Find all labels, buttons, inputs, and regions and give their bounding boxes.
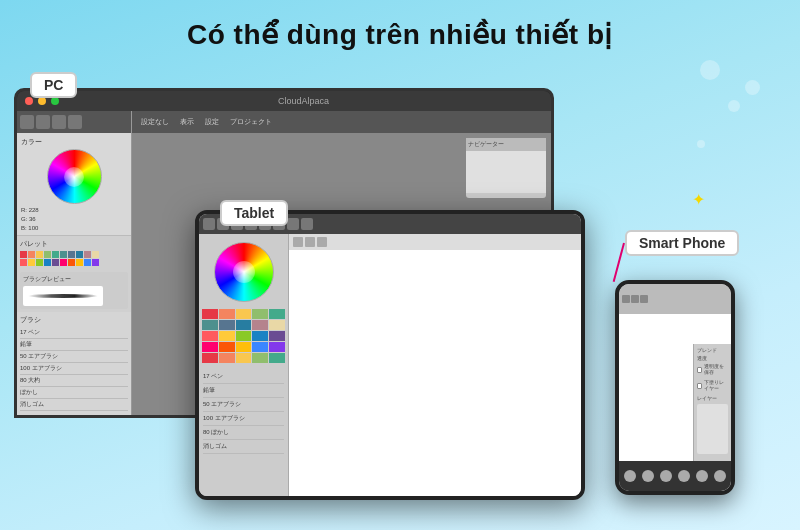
palette-color-swatch[interactable] — [84, 259, 91, 266]
pc-brush-item[interactable]: ぼかし — [20, 387, 128, 399]
sp-checkbox-opacity[interactable] — [697, 367, 702, 373]
pc-brush-item[interactable]: 50 エアブラシ — [20, 351, 128, 363]
palette-color-swatch[interactable] — [60, 251, 67, 258]
sp-bottom-icon-6[interactable] — [714, 470, 726, 482]
sp-bottom-icon-3[interactable] — [660, 470, 672, 482]
tablet-palette-swatch[interactable] — [269, 342, 285, 352]
sp-icon-3[interactable] — [640, 295, 648, 303]
tablet-brush-item[interactable]: 17 ペン — [203, 370, 284, 384]
sp-checkbox-layer[interactable] — [697, 383, 702, 389]
minimize-dot — [38, 97, 46, 105]
sp-icon-2[interactable] — [631, 295, 639, 303]
tablet-palette-swatch[interactable] — [252, 342, 268, 352]
tablet-palette-swatch[interactable] — [202, 353, 218, 363]
pc-brush-item[interactable]: 80 大杓 — [20, 375, 128, 387]
tablet-screen: 17 ペン鉛筆50 エアブラシ100 エアブラシ80 ぼかし消しゴム — [199, 214, 581, 496]
palette-color-swatch[interactable] — [36, 259, 43, 266]
palette-color-swatch[interactable] — [20, 259, 27, 266]
palette-color-swatch[interactable] — [68, 251, 75, 258]
tablet-color-wheel[interactable] — [214, 242, 274, 302]
sp-checkbox-2-label: 下塗りレイヤー — [704, 379, 728, 391]
sp-icon-1[interactable] — [622, 295, 630, 303]
tablet-palette-swatch[interactable] — [236, 320, 252, 330]
pc-menu-item-3[interactable]: 設定 — [201, 117, 223, 127]
tablet-palette-swatch[interactable] — [236, 309, 252, 319]
pc-nav-preview — [466, 151, 546, 193]
pc-tool-btn-4[interactable] — [68, 115, 82, 129]
tablet-palette-swatch[interactable] — [219, 309, 235, 319]
tablet-tool-1[interactable] — [203, 218, 215, 230]
tablet-palette-swatch[interactable] — [252, 331, 268, 341]
close-dot — [25, 97, 33, 105]
palette-color-swatch[interactable] — [92, 259, 99, 266]
palette-color-swatch[interactable] — [84, 251, 91, 258]
tablet-palette-swatch[interactable] — [219, 342, 235, 352]
pc-color-label: カラー — [21, 137, 127, 147]
tablet-palette-swatch[interactable] — [269, 320, 285, 330]
t-canvas-icon-3[interactable] — [317, 237, 327, 247]
tablet-palette-swatch[interactable] — [202, 309, 218, 319]
tablet-palette-swatch[interactable] — [252, 353, 268, 363]
palette-color-swatch[interactable] — [36, 251, 43, 258]
sp-top-toolbar — [619, 284, 731, 314]
pc-tools-row — [17, 111, 131, 133]
t-canvas-icon-2[interactable] — [305, 237, 315, 247]
palette-color-swatch[interactable] — [76, 251, 83, 258]
palette-color-swatch[interactable] — [44, 251, 51, 258]
palette-color-swatch[interactable] — [60, 259, 67, 266]
tablet-palette-swatch[interactable] — [202, 320, 218, 330]
pc-brush-item[interactable]: 17 ペン — [20, 327, 128, 339]
palette-color-swatch[interactable] — [44, 259, 51, 266]
tablet-brush-list: 17 ペン鉛筆50 エアブラシ100 エアブラシ80 ぼかし消しゴム — [199, 366, 288, 496]
pc-tool-btn-3[interactable] — [52, 115, 66, 129]
sp-bottom-icon-5[interactable] — [696, 470, 708, 482]
tablet-tool-7[interactable] — [287, 218, 299, 230]
palette-color-swatch[interactable] — [52, 259, 59, 266]
pc-brush-preview: ブラシプレビュー — [20, 272, 128, 309]
pc-brush-item[interactable]: 鉛筆 — [20, 339, 128, 351]
pc-navigator-title: ナビゲーター — [466, 138, 546, 151]
tablet-palette-swatch[interactable] — [236, 353, 252, 363]
t-canvas-icon-1[interactable] — [293, 237, 303, 247]
palette-color-swatch[interactable] — [52, 251, 59, 258]
pc-brush-item[interactable]: 100 エアブラシ — [20, 363, 128, 375]
tablet-brush-item[interactable]: 50 エアブラシ — [203, 398, 284, 412]
sp-bottom-icon-1[interactable] — [624, 470, 636, 482]
pc-rgb-r: R: 228 — [21, 207, 127, 213]
tablet-palette-swatch[interactable] — [236, 331, 252, 341]
tablet-palette-swatch[interactable] — [269, 331, 285, 341]
pc-brush-item[interactable]: 消しゴム — [20, 399, 128, 411]
pc-menu-item-4[interactable]: プロジェクト — [226, 117, 276, 127]
tablet-brush-item[interactable]: 100 エアブラシ — [203, 412, 284, 426]
pc-tool-btn-2[interactable] — [36, 115, 50, 129]
palette-color-swatch[interactable] — [76, 259, 83, 266]
palette-color-swatch[interactable] — [28, 259, 35, 266]
sp-bottom-toolbar — [619, 461, 731, 491]
tablet-palette-swatch[interactable] — [252, 320, 268, 330]
tablet-palette-swatch[interactable] — [219, 320, 235, 330]
tablet-palette-swatch[interactable] — [269, 309, 285, 319]
tablet-palette-swatch[interactable] — [236, 342, 252, 352]
sp-bottom-icon-2[interactable] — [642, 470, 654, 482]
pc-menu-item-1[interactable]: 設定なし — [137, 117, 173, 127]
pc-tool-btn-1[interactable] — [20, 115, 34, 129]
tablet-canvas[interactable] — [289, 234, 581, 496]
palette-color-swatch[interactable] — [92, 251, 99, 258]
tablet-palette-swatch[interactable] — [219, 331, 235, 341]
tablet-brush-item[interactable]: 80 ぼかし — [203, 426, 284, 440]
tablet-brush-item[interactable]: 消しゴム — [203, 440, 284, 454]
pc-left-panel: カラー R: 228 G: 36 B: 100 パレット ブラシプレビュー — [17, 111, 132, 415]
sp-bottom-icon-4[interactable] — [678, 470, 690, 482]
palette-color-swatch[interactable] — [20, 251, 27, 258]
tablet-palette-swatch[interactable] — [219, 353, 235, 363]
tablet-palette-swatch[interactable] — [202, 342, 218, 352]
tablet-brush-item[interactable]: 鉛筆 — [203, 384, 284, 398]
palette-color-swatch[interactable] — [68, 259, 75, 266]
pc-menu-item-2[interactable]: 表示 — [176, 117, 198, 127]
tablet-tool-8[interactable] — [301, 218, 313, 230]
tablet-palette-swatch[interactable] — [202, 331, 218, 341]
palette-color-swatch[interactable] — [28, 251, 35, 258]
tablet-palette-swatch[interactable] — [252, 309, 268, 319]
pc-color-wheel[interactable] — [47, 149, 102, 204]
tablet-palette-swatch[interactable] — [269, 353, 285, 363]
